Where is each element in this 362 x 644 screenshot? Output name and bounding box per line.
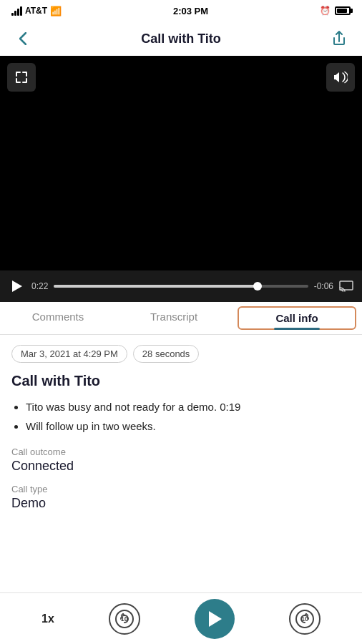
- cast-button[interactable]: [339, 279, 353, 293]
- wifi-icon: 📶: [50, 6, 62, 16]
- status-left: AT&T 📶: [11, 6, 62, 16]
- signal-icon: [11, 6, 22, 16]
- page-title: Call with Tito: [34, 31, 328, 47]
- play-button[interactable]: [9, 278, 26, 295]
- fastforward-label: 10: [301, 615, 308, 623]
- call-info-content: Mar 3, 2021 at 4:29 PM 28 seconds Call w…: [0, 335, 362, 625]
- playback-bar: 0:22 -0:06: [0, 270, 362, 302]
- volume-button[interactable]: [326, 63, 355, 92]
- outcome-value: Connected: [11, 459, 351, 474]
- call-title: Call with Tito: [11, 373, 351, 389]
- bullet-item: Tito was busy and not ready for a demo. …: [26, 399, 351, 414]
- bullet-item: Will follow up in two weeks.: [26, 419, 351, 434]
- carrier-label: AT&T: [25, 6, 47, 16]
- tabs: Comments Transcript Call info: [0, 302, 362, 335]
- progress-fill: [54, 285, 257, 288]
- progress-track[interactable]: [54, 285, 308, 288]
- back-button[interactable]: [11, 27, 34, 50]
- share-button[interactable]: [328, 27, 351, 50]
- main-play-button[interactable]: [195, 599, 235, 639]
- rewind-button[interactable]: 10: [109, 603, 140, 635]
- bottom-player: 1x 10 10: [0, 592, 362, 644]
- battery-icon: [335, 6, 351, 15]
- remaining-time: -0:06: [314, 281, 333, 291]
- status-right: ⏰: [320, 6, 351, 16]
- status-bar: AT&T 📶 2:03 PM ⏰: [0, 0, 362, 21]
- badges-row: Mar 3, 2021 at 4:29 PM 28 seconds: [11, 345, 351, 363]
- duration-badge: 28 seconds: [133, 345, 200, 363]
- expand-button[interactable]: [7, 63, 36, 92]
- type-value: Demo: [11, 496, 351, 511]
- fastforward-button[interactable]: 10: [289, 603, 321, 635]
- play-icon: [12, 280, 22, 292]
- progress-thumb[interactable]: [253, 282, 262, 291]
- header: Call with Tito: [0, 21, 362, 56]
- outcome-label: Call outcome: [11, 447, 351, 457]
- call-notes: Tito was busy and not ready for a demo. …: [11, 399, 351, 434]
- status-time: 2:03 PM: [173, 6, 208, 16]
- main-play-icon: [209, 611, 222, 627]
- alarm-icon: ⏰: [320, 6, 331, 16]
- speed-button[interactable]: 1x: [41, 613, 54, 625]
- call-type-group: Call type Demo: [11, 484, 351, 511]
- rewind-label: 10: [121, 615, 128, 623]
- tab-comments[interactable]: Comments: [0, 302, 116, 334]
- call-outcome-group: Call outcome Connected: [11, 447, 351, 474]
- type-label: Call type: [11, 484, 351, 494]
- current-time: 0:22: [31, 281, 48, 291]
- tab-callinfo[interactable]: Call info: [238, 306, 356, 330]
- tab-transcript[interactable]: Transcript: [116, 302, 232, 334]
- date-badge: Mar 3, 2021 at 4:29 PM: [11, 345, 127, 363]
- video-player: [0, 56, 362, 270]
